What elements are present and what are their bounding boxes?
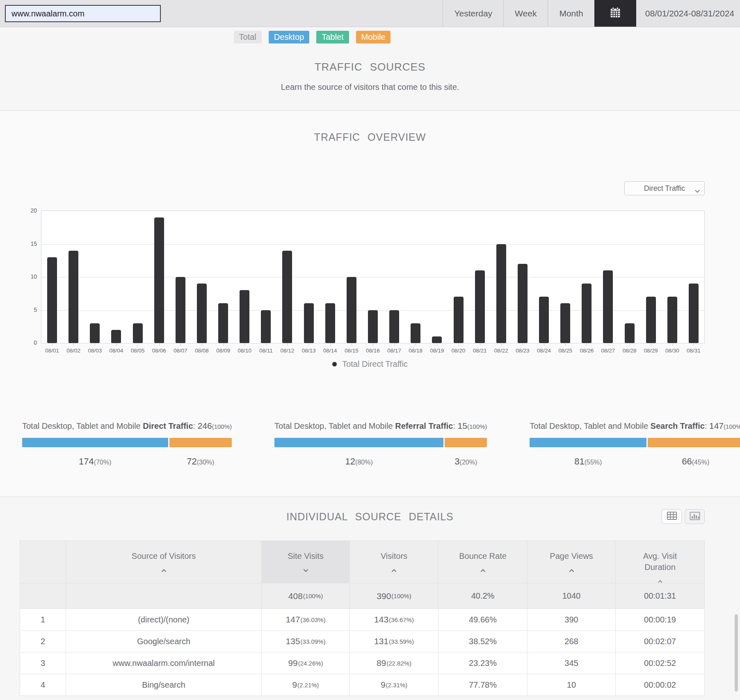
x-tick — [587, 343, 587, 346]
filter-mobile-button[interactable]: Mobile — [356, 31, 391, 43]
table-cell: 131(33.59%) — [350, 631, 439, 652]
segment-label: 81(55%) — [530, 456, 646, 467]
bar-08/02 — [69, 251, 78, 343]
bar-08/30 — [667, 297, 677, 343]
x-tick — [309, 343, 309, 346]
x-tick-label: 08/30 — [662, 348, 683, 354]
summary-cell: 408(100%) — [262, 583, 350, 609]
x-tick — [437, 343, 437, 346]
range-button-week[interactable]: Week — [503, 0, 548, 27]
x-tick — [672, 343, 673, 346]
x-tick-label: 08/28 — [619, 348, 640, 354]
table-cell: 9(2.31%) — [350, 674, 439, 696]
x-tick-label: 08/24 — [533, 348, 555, 354]
calendar-icon — [609, 6, 622, 21]
col-header-avg-visit-duration[interactable]: Avg. Visit Duration — [616, 541, 705, 583]
col-header-site-visits[interactable]: Site Visits — [262, 541, 350, 583]
traffic-summary: Total Desktop, Tablet and Mobile Direct … — [22, 421, 232, 467]
legend-label: Total Direct Traffic — [342, 359, 408, 369]
summary-cell: 00:01:31 — [616, 583, 705, 609]
x-tick-label: 08/17 — [384, 348, 405, 354]
segment-label: 174(70%) — [22, 456, 168, 467]
top-bar: YesterdayWeekMonth 08 — [0, 0, 740, 27]
col-header-rank — [20, 541, 66, 583]
summary-title: Total Desktop, Tablet and Mobile Search … — [530, 421, 740, 431]
traffic-summary: Total Desktop, Tablet and Mobile Referra… — [274, 421, 487, 467]
bar-08/08 — [197, 284, 207, 343]
table-cell: 9(2.21%) — [262, 674, 350, 696]
x-tick-label: 08/04 — [105, 348, 127, 354]
sort-asc-icon — [161, 569, 167, 572]
x-tick — [266, 343, 266, 346]
bar-08/11 — [261, 310, 271, 343]
x-tick — [416, 343, 416, 346]
x-tick — [694, 343, 694, 346]
x-tick-label: 08/20 — [448, 348, 469, 354]
bar-08/10 — [240, 290, 249, 343]
x-tick-label: 08/22 — [491, 348, 512, 354]
range-button-month[interactable]: Month — [548, 0, 594, 27]
table-cell: 38.52% — [439, 631, 528, 652]
calendar-button[interactable] — [594, 0, 636, 27]
table-view-button[interactable] — [662, 509, 682, 524]
x-tick — [95, 343, 95, 346]
summary-cell: 390(100%) — [350, 583, 439, 609]
traffic-summary: Total Desktop, Tablet and Mobile Search … — [530, 421, 740, 467]
bar-08/12 — [282, 251, 292, 343]
col-header-bounce-rate[interactable]: Bounce Rate — [439, 541, 528, 583]
summary-cell: 40.2% — [439, 583, 528, 609]
row-rank: 4 — [20, 674, 66, 696]
table-cell: Google/search — [66, 631, 262, 652]
bar-08/24 — [539, 297, 549, 343]
table-cell: 00:00:19 — [616, 609, 705, 631]
split-bar — [530, 438, 740, 447]
summary-title: Total Desktop, Tablet and Mobile Direct … — [22, 421, 232, 431]
x-tick-label: 08/06 — [148, 348, 170, 354]
bar-08/18 — [411, 323, 420, 343]
traffic-type-dropdown[interactable]: Direct Traffic — [624, 181, 705, 195]
x-tick-label: 08/08 — [191, 348, 212, 354]
bar-08/20 — [454, 297, 464, 343]
x-tick — [608, 343, 608, 346]
filter-tablet-button[interactable]: Tablet — [316, 31, 349, 43]
table-cell: 00:02:07 — [616, 631, 705, 652]
filter-total-button[interactable]: Total — [234, 31, 262, 43]
desktop-segment — [530, 438, 646, 447]
bar-08/01 — [47, 257, 57, 343]
url-input[interactable] — [5, 5, 161, 22]
x-tick — [330, 343, 331, 346]
x-tick — [52, 343, 53, 346]
split-bar — [274, 438, 487, 447]
x-tick-label: 08/23 — [512, 348, 533, 354]
x-tick — [501, 343, 502, 346]
mobile-segment — [169, 438, 232, 447]
x-tick — [565, 343, 566, 346]
scrollbar-thumb[interactable] — [735, 614, 738, 691]
x-tick-label: 08/16 — [362, 348, 384, 354]
split-labels: 174(70%)72(30%) — [22, 456, 232, 467]
date-range-label: 08/01/2024-08/31/2024 — [636, 0, 740, 27]
table-cell: 345 — [528, 652, 616, 674]
col-header-visitors[interactable]: Visitors — [350, 541, 439, 583]
bar-08/19 — [432, 336, 442, 343]
bar-08/25 — [560, 303, 570, 343]
table-cell: 00:00:02 — [616, 674, 705, 696]
chart-view-button[interactable] — [685, 509, 705, 524]
bar-08/09 — [218, 303, 228, 343]
bar-08/29 — [646, 297, 656, 343]
sort-asc-icon — [658, 580, 663, 583]
desktop-segment — [22, 438, 168, 447]
desktop-segment — [274, 438, 443, 447]
x-tick — [352, 343, 352, 346]
x-tick — [630, 343, 630, 346]
filter-desktop-button[interactable]: Desktop — [269, 31, 309, 43]
x-tick-label: 08/02 — [63, 348, 84, 354]
table-cell: 135(33.09%) — [262, 631, 350, 652]
x-tick-label: 08/26 — [576, 348, 597, 354]
col-header-source-of-visitors[interactable]: Source of Visitors — [66, 541, 262, 583]
bar-08/27 — [603, 270, 613, 343]
col-header-page-views[interactable]: Page Views — [528, 541, 616, 583]
table-cell: 390 — [528, 609, 616, 631]
device-filter-row: TotalDesktopTabletMobile — [0, 27, 740, 47]
range-button-yesterday[interactable]: Yesterday — [443, 0, 503, 27]
